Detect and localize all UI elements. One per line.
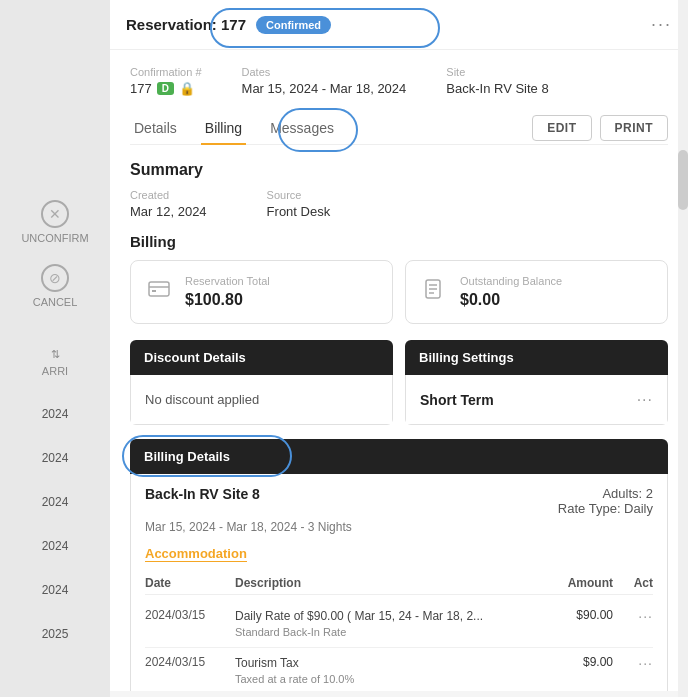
rate-type-value: Rate Type: Daily: [558, 501, 653, 516]
tab-billing[interactable]: Billing: [201, 112, 246, 144]
reservation-total-card: Reservation Total $100.80: [130, 260, 393, 324]
billing-settings-value: Short Term: [420, 392, 494, 408]
sidebar-arrow[interactable]: ⇅ ARRI: [42, 348, 68, 377]
confirmation-meta: Confirmation # 177 D 🔒: [130, 66, 202, 96]
sidebar-date-3: 2024: [42, 495, 69, 509]
tabs: Details Billing Messages EDIT PRINT: [130, 112, 668, 145]
card-reservation-icon: [147, 277, 171, 307]
arrow-icon: ⇅: [51, 348, 60, 361]
discount-body: No discount applied: [130, 375, 393, 425]
col-header-date: Date: [145, 576, 235, 590]
reservation-total-value: $100.80: [185, 291, 270, 309]
created-meta: Created Mar 12, 2024: [130, 189, 207, 219]
sidebar-date-5: 2024: [42, 583, 69, 597]
arri-label: ARRI: [42, 365, 68, 377]
sidebar-date-2: 2024: [42, 451, 69, 465]
site-value: Back-In RV Site 8: [446, 81, 548, 96]
col-header-amount: Amount: [538, 576, 613, 590]
col-header-description: Description: [235, 576, 538, 590]
confirmation-label: Confirmation #: [130, 66, 202, 78]
row-2-desc: Tourism Tax Taxed at a rate of 10.0%: [235, 655, 538, 687]
main-content: Reservation: 177 Confirmed ··· Confirmat…: [110, 0, 688, 697]
dates-meta: Dates Mar 15, 2024 - Mar 18, 2024: [242, 66, 407, 96]
edit-button[interactable]: EDIT: [532, 115, 591, 141]
dates-label: Dates: [242, 66, 407, 78]
billing-cards: Reservation Total $100.80 Outstanding Ba…: [130, 260, 668, 324]
content-area: Confirmation # 177 D 🔒 Dates Mar 15, 202…: [110, 50, 688, 691]
billing-settings-more-button[interactable]: ···: [637, 391, 653, 409]
summary-title: Summary: [130, 161, 668, 179]
billing-details-title: Billing Details: [144, 449, 230, 464]
svg-rect-0: [149, 282, 169, 296]
table-header: Date Description Amount Act: [145, 572, 653, 595]
tab-actions: EDIT PRINT: [532, 115, 668, 141]
scrollbar-thumb[interactable]: [678, 150, 688, 210]
badge-d: D: [157, 82, 174, 95]
card-balance-icon: [422, 277, 446, 307]
row-2-amount: $9.00: [538, 655, 613, 669]
source-label: Source: [267, 189, 331, 201]
row-2-desc-main: Tourism Tax: [235, 655, 538, 672]
billing-settings-header: Billing Settings: [405, 340, 668, 375]
sidebar-date-6: 2025: [42, 627, 69, 641]
outstanding-balance-card: Outstanding Balance $0.00: [405, 260, 668, 324]
panels-row: Discount Details No discount applied Bil…: [130, 340, 668, 425]
source-meta: Source Front Desk: [267, 189, 331, 219]
billing-heading: Billing: [130, 233, 668, 250]
dates-value: Mar 15, 2024 - Mar 18, 2024: [242, 81, 407, 96]
row-2-act-button[interactable]: ···: [613, 655, 653, 671]
accommodation-label: Accommodation: [145, 546, 247, 562]
confirmed-badge: Confirmed: [256, 16, 331, 34]
bd-site-name: Back-In RV Site 8: [145, 486, 260, 516]
row-1-desc-sub: Standard Back-In Rate: [235, 625, 538, 640]
discount-value: No discount applied: [145, 392, 259, 407]
reservation-label: Reservation: 177: [126, 16, 246, 33]
summary-meta: Created Mar 12, 2024 Source Front Desk: [130, 189, 668, 219]
tab-details[interactable]: Details: [130, 112, 181, 144]
source-value: Front Desk: [267, 204, 331, 219]
outstanding-balance-value: $0.00: [460, 291, 562, 309]
site-meta: Site Back-In RV Site 8: [446, 66, 548, 96]
scrollbar-track: [678, 0, 688, 697]
site-label: Site: [446, 66, 548, 78]
print-button[interactable]: PRINT: [600, 115, 669, 141]
outstanding-balance-info: Outstanding Balance $0.00: [460, 275, 562, 309]
discount-header: Discount Details: [130, 340, 393, 375]
cancel-icon: ⊘: [41, 264, 69, 292]
row-2-date: 2024/03/15: [145, 655, 235, 669]
sidebar: ✕ UNCONFIRM ⊘ CANCEL ⇅ ARRI 2024 2024 20…: [0, 0, 110, 697]
billing-details-body: Back-In RV Site 8 Adults: 2 Rate Type: D…: [130, 474, 668, 691]
outstanding-balance-label: Outstanding Balance: [460, 275, 562, 287]
more-options-button[interactable]: ···: [651, 14, 672, 35]
row-2-desc-sub: Taxed at a rate of 10.0%: [235, 672, 538, 687]
adults-value: Adults: 2: [558, 486, 653, 501]
row-1-desc-main: Daily Rate of $90.00 ( Mar 15, 24 - Mar …: [235, 608, 538, 625]
billing-details-section: Billing Details Back-In RV Site 8 Adults…: [130, 439, 668, 691]
sidebar-date-4: 2024: [42, 539, 69, 553]
billing-settings-body: Short Term ···: [405, 375, 668, 425]
top-bar: Reservation: 177 Confirmed ···: [110, 0, 688, 50]
row-1-desc: Daily Rate of $90.00 ( Mar 15, 24 - Mar …: [235, 608, 538, 640]
col-header-act: Act: [613, 576, 653, 590]
billing-details-header: Billing Details: [130, 439, 668, 474]
lock-icon: 🔒: [179, 81, 195, 96]
sidebar-action-cancel[interactable]: ⊘ CANCEL: [33, 264, 78, 308]
reservation-total-info: Reservation Total $100.80: [185, 275, 270, 309]
cancel-label: CANCEL: [33, 296, 78, 308]
row-1-date: 2024/03/15: [145, 608, 235, 622]
sidebar-action-unconfirm[interactable]: ✕ UNCONFIRM: [21, 200, 88, 244]
created-label: Created: [130, 189, 207, 201]
reservation-title: Reservation: 177 Confirmed: [126, 16, 331, 34]
created-value: Mar 12, 2024: [130, 204, 207, 219]
meta-row: Confirmation # 177 D 🔒 Dates Mar 15, 202…: [130, 66, 668, 96]
billing-settings-panel: Billing Settings Short Term ···: [405, 340, 668, 425]
unconfirm-label: UNCONFIRM: [21, 232, 88, 244]
table-row: 2024/03/15 Tourism Tax Taxed at a rate o…: [145, 648, 653, 691]
sidebar-date-list: 2024 2024 2024 2024 2024 2025: [42, 407, 69, 641]
confirmation-value: 177 D 🔒: [130, 81, 202, 96]
unconfirm-icon: ✕: [41, 200, 69, 228]
svg-rect-1: [152, 290, 156, 292]
row-1-act-button[interactable]: ···: [613, 608, 653, 624]
bd-dates: Mar 15, 2024 - Mar 18, 2024 - 3 Nights: [145, 520, 653, 534]
tab-messages[interactable]: Messages: [266, 112, 338, 144]
